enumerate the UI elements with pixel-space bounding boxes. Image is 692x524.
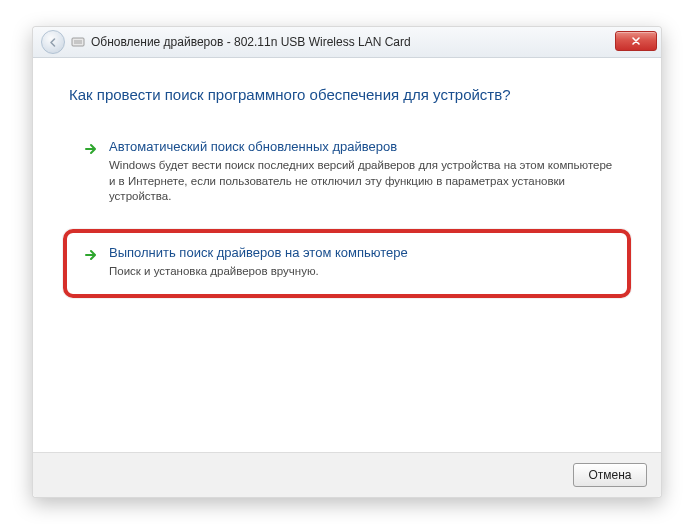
close-button[interactable] [615, 31, 657, 51]
window-title: Обновление драйверов - 802.11n USB Wirel… [91, 35, 411, 49]
titlebar: Обновление драйверов - 802.11n USB Wirel… [33, 27, 661, 58]
content-area: Как провести поиск программного обеспече… [33, 58, 661, 452]
arrow-right-icon [83, 247, 103, 263]
back-button[interactable] [41, 30, 65, 54]
option-auto-desc: Windows будет вести поиск последних верс… [109, 158, 613, 205]
svg-rect-1 [74, 40, 82, 44]
arrow-right-icon [83, 141, 103, 157]
footer: Отмена [33, 452, 661, 497]
cancel-label: Отмена [588, 468, 631, 482]
option-manual-desc: Поиск и установка драйверов вручную. [109, 264, 613, 280]
arrow-left-icon [48, 37, 59, 48]
page-heading: Как провести поиск программного обеспече… [69, 86, 625, 103]
device-icon [71, 35, 85, 49]
cancel-button[interactable]: Отмена [573, 463, 647, 487]
option-manual-title: Выполнить поиск драйверов на этом компью… [109, 245, 613, 261]
close-icon [631, 36, 641, 46]
option-auto-title: Автоматический поиск обновленных драйвер… [109, 139, 613, 155]
option-auto-search[interactable]: Автоматический поиск обновленных драйвер… [69, 129, 625, 217]
option-manual-search[interactable]: Выполнить поиск драйверов на этом компью… [69, 235, 625, 292]
driver-update-dialog: Обновление драйверов - 802.11n USB Wirel… [32, 26, 662, 498]
